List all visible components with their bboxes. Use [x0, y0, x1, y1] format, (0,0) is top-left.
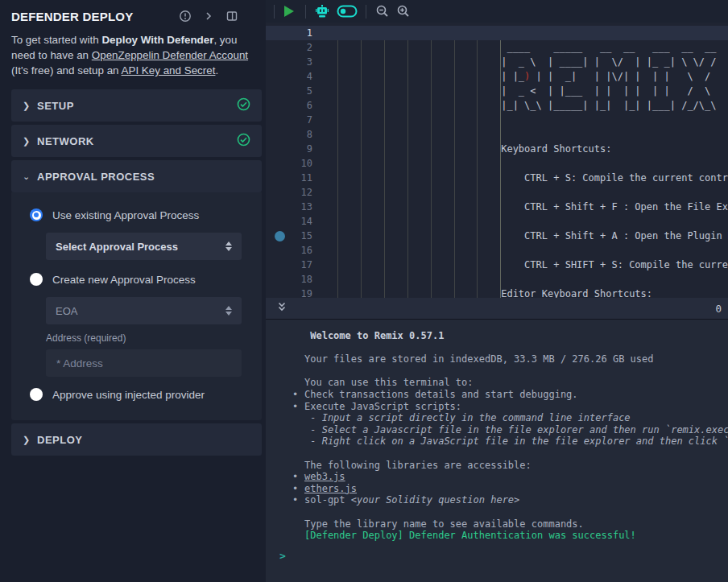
- api-key-link[interactable]: API Key and Secret: [122, 64, 216, 76]
- code-editor[interactable]: 12345678910111213141516171819 ____ _____…: [266, 23, 728, 298]
- terminal-line: [Defender Deploy] Defender Authenticatio…: [266, 530, 728, 542]
- line-number[interactable]: 4: [266, 69, 315, 84]
- run-script-button[interactable]: [275, 0, 305, 23]
- terminal-line: - Input a script directly in the command…: [266, 412, 728, 424]
- accordion-sections: ❯ SETUP ❯ NETWORK ⌄ APPROVAL PROCESS: [11, 89, 262, 456]
- terminal-line: - Select a Javascript file in the file e…: [266, 424, 728, 436]
- defender-account-link[interactable]: OpenZeppelin Defender Account: [92, 49, 248, 61]
- terminal-line: You can use this terminal to:: [266, 377, 728, 389]
- section-deploy[interactable]: ❯ DEPLOY: [11, 423, 262, 456]
- line-number[interactable]: 6: [266, 98, 315, 113]
- chevron-right-icon: ❯: [23, 435, 37, 445]
- plugin-info-icon[interactable]: [179, 10, 192, 23]
- terminal-output: Welcome to Remix 0.57.1 Your files are s…: [266, 330, 728, 542]
- approval-process-body: Use existing Approval Process Select App…: [11, 192, 262, 420]
- bold-text: Deploy With Defender: [101, 34, 213, 46]
- select-value: EOA: [56, 305, 225, 317]
- line-number[interactable]: 19: [266, 287, 315, 298]
- terminal-prompt[interactable]: >: [266, 550, 728, 562]
- select-arrows-icon: [225, 241, 232, 251]
- editor-line: [315, 26, 728, 40]
- line-number[interactable]: 2: [266, 40, 315, 55]
- select-arrows-icon: [225, 306, 232, 316]
- editor-line: CTRL + Shift + F : Open the File Explore…: [315, 200, 728, 214]
- editor-line: [315, 243, 728, 258]
- main-area: 12345678910111213141516171819 ____ _____…: [266, 0, 728, 582]
- robot-icon: [314, 5, 330, 19]
- zoom-in-button[interactable]: [396, 0, 411, 23]
- radio-selected-icon: [30, 208, 43, 221]
- line-number[interactable]: 1: [266, 26, 315, 40]
- magnifier-minus-icon: [375, 4, 390, 19]
- editor-line: | |_) | | _| | |\/| | | | \ /: [315, 69, 728, 84]
- toolbar-divider: [366, 5, 366, 19]
- editor-gutter[interactable]: 12345678910111213141516171819: [266, 26, 315, 298]
- breakpoint-icon[interactable]: [275, 231, 285, 241]
- chevron-right-icon: ❯: [23, 101, 37, 111]
- line-number[interactable]: 15: [266, 229, 315, 243]
- line-number[interactable]: 5: [266, 84, 315, 98]
- terminal[interactable]: Welcome to Remix 0.57.1 Your files are s…: [266, 320, 728, 582]
- editor-line: Editor Keyboard Shortcuts:: [315, 287, 728, 298]
- line-number[interactable]: 10: [266, 156, 315, 171]
- line-number[interactable]: 17: [266, 258, 315, 272]
- line-number[interactable]: 7: [266, 113, 315, 127]
- pin-panel-icon[interactable]: [225, 10, 238, 23]
- bullet-icon: •: [292, 494, 298, 506]
- editor-code[interactable]: ____ _____ __ __ ___ __ __ | _ \ | ____|…: [315, 26, 728, 298]
- editor-line: | _ < | |___ | | | | | | / \: [315, 84, 728, 98]
- radio-label: Create new Approval Process: [52, 274, 196, 286]
- line-number[interactable]: 11: [266, 171, 315, 185]
- terminal-line: - Right click on a JavaScript file in th…: [266, 435, 728, 448]
- approval-type-select[interactable]: EOA: [46, 297, 242, 324]
- editor-line: ____ _____ __ __ ___ __ __: [315, 40, 728, 55]
- editor-line: [315, 127, 728, 142]
- section-network-label: NETWORK: [37, 135, 237, 147]
- remix-ide-window: DEFENDER DEPLOY To get started with Depl…: [0, 0, 728, 582]
- create-new-approval-radio[interactable]: Create new Approval Process: [11, 268, 262, 291]
- line-number[interactable]: 18: [266, 272, 315, 287]
- line-number[interactable]: 16: [266, 243, 315, 258]
- editor-line: CTRL + S: Compile the current contract: [315, 171, 728, 185]
- editor-line: |_| \_\ |_____| |_| |_| |___| /_/\_\: [315, 98, 728, 113]
- use-existing-approval-radio[interactable]: Use existing Approval Process: [11, 204, 262, 226]
- play-icon: [284, 6, 294, 17]
- section-network[interactable]: ❯ NETWORK: [11, 125, 262, 157]
- editor-line: CTRL + SHIFT + S: Compile the current co…: [315, 258, 728, 272]
- editor-line: [315, 156, 728, 171]
- radio-label: Approve using injected provider: [52, 389, 205, 401]
- line-number[interactable]: 14: [266, 214, 315, 229]
- collapse-panel-icon[interactable]: [202, 10, 215, 23]
- line-number[interactable]: 3: [266, 55, 315, 69]
- terminal-line: •Check transactions details and start de…: [266, 389, 728, 401]
- editor-line: [315, 272, 728, 287]
- ai-assistant-button[interactable]: [314, 0, 330, 23]
- line-number[interactable]: 9: [266, 142, 315, 156]
- line-number[interactable]: 12: [266, 185, 315, 200]
- plugin-title: DEFENDER DEPLOY: [11, 10, 133, 23]
- section-approval-process[interactable]: ⌄ APPROVAL PROCESS: [11, 160, 262, 192]
- line-number[interactable]: 13: [266, 200, 315, 214]
- plugin-header: DEFENDER DEPLOY: [11, 6, 266, 26]
- collapse-terminal-button[interactable]: [276, 301, 287, 316]
- ai-copilot-toggle[interactable]: [337, 0, 358, 23]
- network-complete-check-icon: [237, 133, 250, 150]
- plugin-description: To get started with Deploy With Defender…: [11, 32, 254, 78]
- toggle-icon: [337, 5, 358, 18]
- approval-process-select[interactable]: Select Approval Process: [46, 233, 242, 260]
- terminal-line: [266, 342, 728, 354]
- terminal-line[interactable]: •web3.js: [266, 471, 728, 483]
- zoom-out-button[interactable]: [375, 0, 390, 23]
- double-chevron-down-icon: [276, 301, 287, 313]
- bullet-icon: •: [292, 401, 298, 413]
- section-setup[interactable]: ❯ SETUP: [11, 89, 262, 122]
- terminal-line: [266, 506, 728, 518]
- address-input[interactable]: [46, 349, 242, 377]
- bullet-icon: •: [292, 471, 298, 483]
- terminal-line[interactable]: •ethers.js: [266, 483, 728, 495]
- toolbar-divider: [305, 5, 306, 19]
- approve-injected-provider-radio[interactable]: Approve using injected provider: [11, 383, 262, 406]
- radio-unselected-icon: [30, 273, 43, 286]
- line-number[interactable]: 8: [266, 127, 315, 142]
- section-setup-label: SETUP: [37, 100, 237, 112]
